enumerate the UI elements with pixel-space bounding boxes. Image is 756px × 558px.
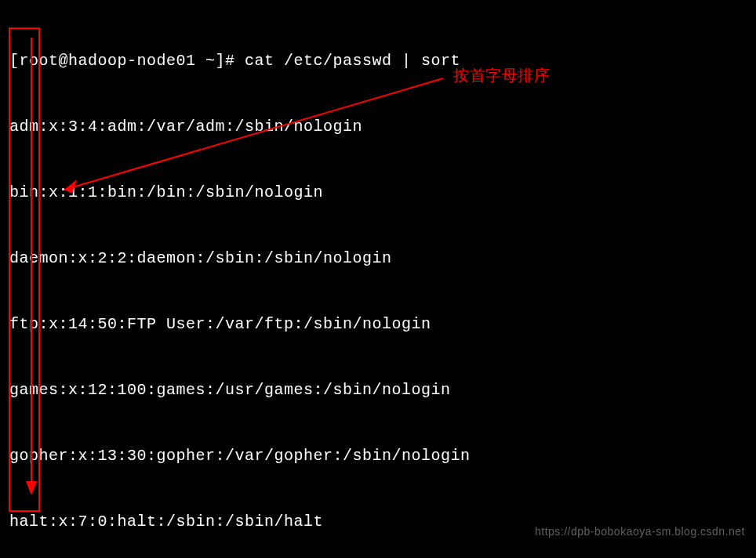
shell-prompt: [root@hadoop-node01 ~]# xyxy=(9,52,245,70)
command-text: cat /etc/passwd | sort xyxy=(245,52,460,70)
terminal-output[interactable]: [root@hadoop-node01 ~]# cat /etc/passwd … xyxy=(9,6,747,558)
output-line: adm:x:3:4:adm:/var/adm:/sbin/nologin xyxy=(9,116,747,138)
output-line: games:x:12:100:games:/usr/games:/sbin/no… xyxy=(9,379,747,401)
output-line: ftp:x:14:50:FTP User:/var/ftp:/sbin/nolo… xyxy=(9,313,747,335)
output-line: gopher:x:13:30:gopher:/var/gopher:/sbin/… xyxy=(9,445,747,467)
output-line: daemon:x:2:2:daemon:/sbin:/sbin/nologin xyxy=(9,248,747,270)
output-line: bin:x:1:1:bin:/bin:/sbin/nologin xyxy=(9,182,747,204)
prompt-line: [root@hadoop-node01 ~]# cat /etc/passwd … xyxy=(9,50,747,72)
output-line: halt:x:7:0:halt:/sbin:/sbin/halt xyxy=(9,511,747,533)
